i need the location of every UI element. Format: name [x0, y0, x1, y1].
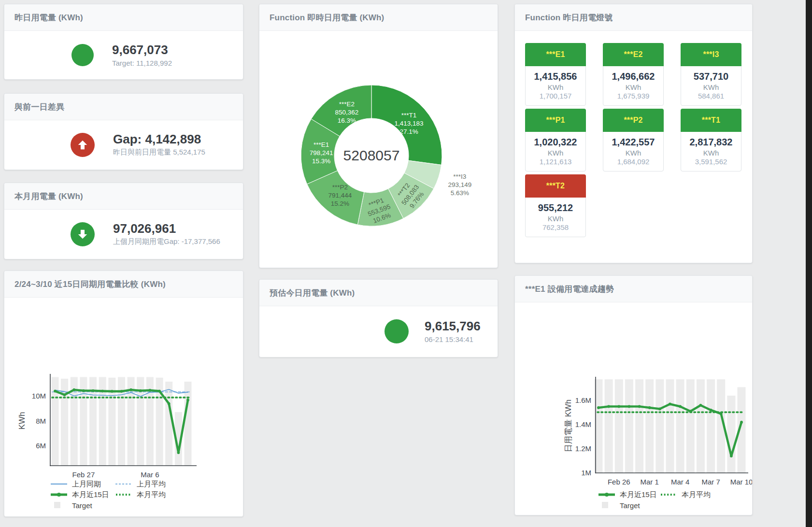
- y-tick-label: 1.6M: [575, 396, 591, 404]
- target-bar: [165, 382, 172, 466]
- tile-target: 762,358: [526, 223, 585, 231]
- stat-subtitle: 上個月同期用電Gap: -17,377,566: [113, 237, 220, 246]
- stat-subtitle: 昨日與前日用電量 5,524,175: [113, 148, 205, 157]
- target-bar: [645, 379, 654, 473]
- series-point: [607, 405, 610, 408]
- target-bar: [697, 379, 705, 473]
- tile-E1: ***E11,415,856KWh1,700,157: [525, 43, 586, 106]
- series-point: [63, 393, 66, 396]
- tile-header: ***I3: [681, 43, 741, 66]
- tile-header: ***P1: [525, 109, 586, 132]
- tile-body: 537,710KWh584,861: [681, 66, 741, 105]
- legend-item-本月平均[interactable]: 本月平均: [660, 490, 722, 499]
- panel-function-status-tiles: Function 昨日用電燈號 ***E11,415,856KWh1,700,1…: [514, 4, 753, 263]
- legend-row: 上月同期上月平均: [50, 479, 180, 489]
- tile-value: 1,422,557: [603, 136, 663, 148]
- panel-forecast-today: 預估今日用電量 (KWh) 9,615,796 06-21 15:34:41: [259, 279, 498, 357]
- stat-value: 9,615,796: [425, 319, 481, 334]
- tile-body: 1,020,322KWh1,121,613: [526, 132, 585, 171]
- status-circle-icon: [71, 44, 94, 66]
- tile-unit: KWh: [603, 149, 663, 157]
- legend-item-本月近15日[interactable]: 本月近15日: [598, 490, 660, 499]
- tile-value: 1,415,856: [526, 71, 585, 83]
- y-axis-label: 日用電量 KWh: [564, 399, 573, 453]
- series-point: [710, 409, 712, 412]
- panel-title: 昨日用電量 (KWh): [4, 4, 243, 31]
- donut-svg: ***T11,413,18327.1%***I3293,1495.63%***T…: [259, 31, 498, 263]
- tile-body: 1,415,856KWh1,700,157: [526, 66, 585, 105]
- tile-target: 1,684,092: [603, 157, 663, 166]
- tile-unit: KWh: [681, 149, 741, 157]
- tile-P2: ***P21,422,557KWh1,684,092: [603, 109, 664, 171]
- legend-label: Target: [72, 501, 92, 510]
- y-tick-label: 1.4M: [575, 420, 591, 428]
- series-point: [597, 406, 600, 409]
- y-tick-label: 10M: [32, 392, 46, 400]
- tile-I3: ***I3537,710KWh584,861: [681, 43, 741, 106]
- tile-body: 955,212KWh762,358: [526, 198, 585, 237]
- y-tick-label: 1.2M: [575, 444, 591, 453]
- target-bar: [727, 396, 735, 473]
- series-point: [720, 413, 723, 415]
- stat-value: Gap: 4,142,898: [113, 132, 205, 147]
- legend-item-上月同期[interactable]: 上月同期: [50, 480, 115, 489]
- tile-target: 1,675,939: [603, 92, 663, 100]
- legend-label: 上月平均: [137, 480, 166, 489]
- tile-target: 1,700,157: [526, 92, 585, 100]
- series-point: [648, 406, 651, 409]
- stat-subtitle: Target: 11,128,992: [112, 59, 172, 67]
- series-point: [139, 389, 142, 392]
- target-bar: [605, 379, 613, 473]
- legend-row: Target: [598, 500, 722, 511]
- arrow-down-icon: [71, 222, 95, 246]
- legend-item-本月平均[interactable]: 本月平均: [115, 490, 180, 499]
- target-bar: [615, 379, 623, 473]
- series-point: [158, 390, 161, 393]
- panel-title: 與前一日差異: [4, 94, 243, 120]
- x-tick-label: Feb 27: [72, 470, 95, 479]
- tile-unit: KWh: [526, 83, 585, 91]
- tile-body: 1,422,557KWh1,684,092: [603, 132, 663, 171]
- legend-item-上月平均[interactable]: 上月平均: [115, 480, 180, 489]
- x-tick-label: Mar 7: [701, 478, 720, 486]
- tile-header: ***T1: [681, 109, 741, 132]
- series-point: [72, 388, 75, 391]
- tile-header: ***E1: [525, 43, 586, 66]
- series-point: [730, 455, 733, 457]
- y-axis-label: KWh: [17, 412, 27, 430]
- tile-target: 584,861: [681, 92, 741, 100]
- tile-P1: ***P11,020,322KWh1,121,613: [525, 109, 586, 171]
- series-point: [92, 389, 95, 392]
- donut-center-value: 5208057: [343, 147, 400, 163]
- series-point: [177, 451, 180, 454]
- panel-month-usage: 本月用電量 (KWh) 97,026,961 上個月同期用電Gap: -17,3…: [4, 183, 243, 259]
- series-point: [658, 408, 661, 411]
- tile-header: ***T2: [525, 174, 586, 198]
- panel-yesterday-usage: 昨日用電量 (KWh) 9,667,073 Target: 11,128,992: [4, 4, 243, 80]
- scrollbar[interactable]: [806, 0, 812, 527]
- tile-value: 1,020,322: [526, 136, 585, 148]
- legend-item-Target[interactable]: Target: [598, 501, 660, 510]
- tile-E2: ***E21,496,662KWh1,675,939: [603, 43, 664, 106]
- series-point: [669, 403, 671, 406]
- stat-subtitle: 06-21 15:34:41: [425, 335, 481, 343]
- x-tick-label: Feb 26: [608, 478, 630, 486]
- legend-label: 上月同期: [72, 480, 101, 489]
- legend-label: Target: [620, 501, 640, 510]
- target-bar: [666, 379, 674, 473]
- series-point: [82, 389, 85, 392]
- target-bar: [707, 379, 715, 473]
- legend-item-Target[interactable]: Target: [50, 501, 115, 510]
- series-point: [699, 404, 702, 407]
- chart-svg: 1M1.2M1.4M1.6MFeb 26Mar 1Mar 4Mar 7Mar 1…: [515, 276, 752, 515]
- target-bar: [676, 379, 684, 473]
- series-point: [740, 421, 743, 424]
- legend-item-本月近15日[interactable]: 本月近15日: [50, 490, 115, 499]
- panel-title: 本月用電量 (KWh): [4, 183, 243, 210]
- series-point: [638, 405, 641, 408]
- tile-body: 1,496,662KWh1,675,939: [603, 66, 663, 105]
- stat-value: 9,667,073: [112, 43, 172, 57]
- y-tick-label: 1M: [581, 469, 591, 477]
- tile-body: 2,817,832KWh3,591,562: [681, 132, 741, 171]
- series-point: [679, 405, 682, 408]
